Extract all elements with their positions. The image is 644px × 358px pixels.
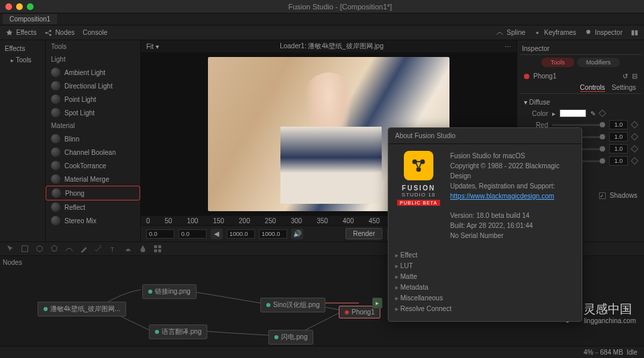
polygon-icon[interactable] <box>50 244 59 253</box>
node-translate[interactable]: 语言翻译.png <box>149 324 207 339</box>
keyframe-icon[interactable] <box>631 145 638 152</box>
node-link[interactable]: 链接ing.png <box>142 284 197 299</box>
about-item[interactable]: Effect <box>395 250 575 261</box>
sphere-icon <box>51 134 60 143</box>
svg-rect-11 <box>154 249 157 252</box>
light-category: Light <box>46 53 140 66</box>
window-controls <box>5 3 34 10</box>
audio-icon[interactable]: 🔊 <box>291 229 303 239</box>
subtab-controls[interactable]: Controls <box>580 84 605 92</box>
tool-phong[interactable]: Phong <box>46 186 140 200</box>
diffuse-section[interactable]: ▾ Diffuse <box>524 97 637 108</box>
red-slider[interactable] <box>552 124 605 126</box>
effects-panel: Effects ▸ Tools <box>0 40 46 241</box>
current-frame-input[interactable] <box>178 229 207 239</box>
status-mem: 684 MB <box>600 349 623 356</box>
keyframes-toggle[interactable]: Keyframes <box>533 29 576 37</box>
console-toggle[interactable]: Console <box>83 29 107 36</box>
end-frame-input[interactable] <box>227 229 255 239</box>
svg-rect-4 <box>632 30 635 36</box>
inspector-toggle[interactable]: Inspector <box>584 29 623 37</box>
node-color-icon <box>524 74 529 79</box>
tab-composition[interactable]: Composition1 <box>3 14 57 24</box>
support-link[interactable]: https://www.blackmagicdesign.com <box>450 192 554 200</box>
color-label: Color <box>524 110 548 117</box>
prev-range-icon[interactable]: ◀ <box>211 229 223 239</box>
subtab-settings[interactable]: Settings <box>612 84 636 92</box>
start-frame-input[interactable] <box>146 229 174 239</box>
bspline-icon[interactable] <box>64 244 74 253</box>
viewer-title: Loader1: 潘敏4k壁纸_彼岸图网.jpg <box>164 42 499 51</box>
tool-reflect[interactable]: Reflect <box>46 200 140 214</box>
alpha-value[interactable]: 1.0 <box>609 156 628 166</box>
keyframe-icon[interactable] <box>631 157 638 164</box>
inspector-header: Inspector <box>520 43 641 55</box>
drop-icon[interactable] <box>138 244 148 253</box>
svg-rect-12 <box>158 249 161 252</box>
about-item[interactable]: Matte <box>395 272 575 282</box>
keyframe-icon[interactable] <box>598 109 606 117</box>
node-sino[interactable]: Sino汉化组.png <box>260 298 325 312</box>
about-item[interactable]: LUT <box>395 261 575 272</box>
tool-ambient-light[interactable]: Ambient Light <box>46 66 140 79</box>
fit-dropdown[interactable]: Fit ▾ <box>146 43 159 50</box>
nodes-header: Nodes <box>3 259 22 266</box>
svg-point-2 <box>50 34 52 36</box>
keyframe-icon[interactable] <box>631 133 638 140</box>
about-item[interactable]: Metadata <box>395 282 575 293</box>
svg-point-1 <box>50 29 52 32</box>
svg-text:T: T <box>111 246 115 253</box>
red-value[interactable]: 1.0 <box>609 120 628 129</box>
blue-value[interactable]: 1.0 <box>609 144 628 154</box>
node-loader[interactable]: 潘敏4k壁纸_彼岸图网... <box>38 302 126 316</box>
tool-material-merge[interactable]: Material Merge <box>46 172 140 186</box>
grid-icon[interactable] <box>153 244 162 253</box>
product-name: FUSION <box>395 184 442 192</box>
reset-icon[interactable]: ↺ <box>623 72 628 80</box>
viewer-menu-icon[interactable]: ⋯ <box>504 43 511 50</box>
shadows-label: Shadows <box>610 192 637 199</box>
pen-icon[interactable] <box>79 244 89 253</box>
nodes-toggle[interactable]: Nodes <box>44 29 74 37</box>
text-icon[interactable]: T <box>109 244 118 253</box>
tool-cooktorrance[interactable]: CookTorrance <box>46 159 140 172</box>
effects-header: Effects <box>3 43 42 54</box>
svg-point-15 <box>417 167 421 172</box>
effects-tools-item[interactable]: ▸ Tools <box>3 54 42 66</box>
tool-point-light[interactable]: Point Light <box>46 93 140 106</box>
paint-icon[interactable] <box>123 244 133 253</box>
material-category: Material <box>46 119 140 132</box>
tab-tools[interactable]: Tools <box>541 58 574 67</box>
color-swatch[interactable] <box>559 109 586 117</box>
close-icon[interactable] <box>5 3 12 10</box>
node-output[interactable]: ▸ <box>372 298 382 308</box>
spline-toggle[interactable]: Spline <box>496 29 525 37</box>
pointer-icon[interactable] <box>5 244 15 253</box>
render-button[interactable]: Render <box>345 228 382 239</box>
total-frame-input[interactable] <box>259 229 287 239</box>
pin-icon[interactable]: ⊟ <box>632 72 637 80</box>
ellipse-icon[interactable] <box>35 244 44 253</box>
tool-channel-boolean[interactable]: Channel Boolean <box>46 145 140 159</box>
about-item[interactable]: Resolve Connect <box>395 304 575 314</box>
tool-blinn[interactable]: Blinn <box>46 132 140 145</box>
keyframe-icon[interactable] <box>631 121 638 128</box>
rect-icon[interactable] <box>20 244 30 253</box>
green-value[interactable]: 1.0 <box>609 132 628 141</box>
sphere-icon <box>51 68 60 77</box>
tab-modifiers[interactable]: Modifiers <box>577 58 621 67</box>
tool-stereo-mix[interactable]: Stereo Mix <box>46 214 140 227</box>
shadows-checkbox[interactable] <box>599 192 606 199</box>
maximize-icon[interactable] <box>27 3 34 10</box>
eyedropper-icon[interactable]: ✎ <box>590 110 596 117</box>
tool-spot-light[interactable]: Spot Light <box>46 106 140 119</box>
tool-directional-light[interactable]: Directional Light <box>46 79 140 93</box>
wand-icon[interactable] <box>94 244 103 253</box>
svg-rect-3 <box>536 31 539 34</box>
dual-view-icon[interactable] <box>631 29 639 37</box>
effects-toggle[interactable]: Effects <box>5 29 36 37</box>
about-item[interactable]: Miscellaneous <box>395 293 575 304</box>
selected-node-name: Phong1 ↺ ⊟ <box>520 70 641 82</box>
minimize-icon[interactable] <box>16 3 23 10</box>
node-lightning[interactable]: 闪电.png <box>268 330 313 345</box>
